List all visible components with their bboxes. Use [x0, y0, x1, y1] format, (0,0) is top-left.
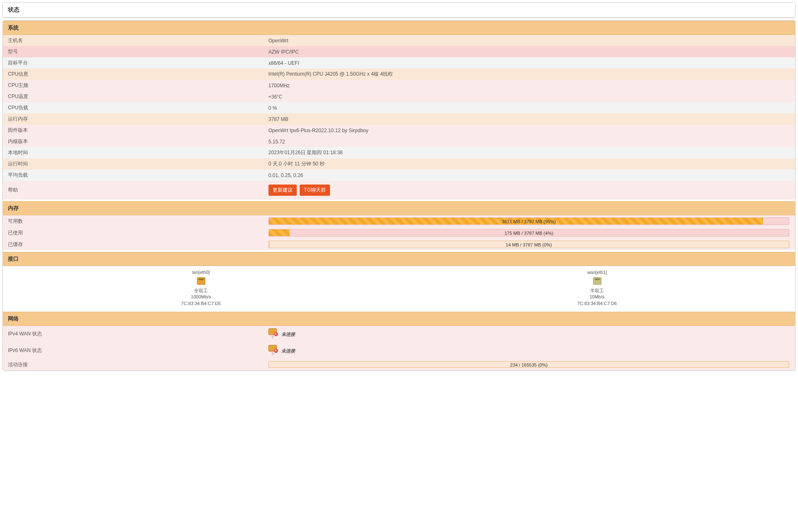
ethernet-port-icon [593, 277, 601, 285]
value-mem-avail: 3611 MB / 3787 MB (95%) [268, 217, 789, 225]
row-ipv4-wan: IPv4 WAN 状态 ✕ ? 未连接 [3, 326, 795, 342]
label-cpu-temp: CPU温度 [8, 93, 268, 100]
main-panel: 系统 主机名 OpenWrt 型号 AZW IPC/IPC 目标平台 x86/6… [2, 20, 796, 371]
row-help: 帮助 更新建议 TG聊天群 [3, 181, 795, 200]
label-hostname: 主机名 [8, 37, 268, 44]
row-cpu-load: CPU负载 0 % [3, 102, 795, 113]
section-memory-title: 内存 [3, 201, 795, 215]
net-disconnected-icon: ✕ ? [268, 328, 277, 340]
label-fw-ver: 固件版本 [8, 127, 268, 134]
value-uptime: 0 天 0 小时 11 分钟 50 秒 [268, 160, 789, 167]
label-target: 目标平台 [8, 59, 268, 66]
update-suggestion-button[interactable]: 更新建议 [268, 185, 297, 196]
section-network-title: 网络 [3, 312, 795, 326]
label-uptime: 运行时间 [8, 160, 268, 167]
row-run-mem: 运行内存 3787 MB [3, 113, 795, 125]
label-localtime: 本地时间 [8, 149, 268, 156]
row-fw-ver: 固件版本 OpenWrt Ipv6-Plus-R2022.10.12 by Si… [3, 125, 795, 136]
label-cpu-load: CPU负载 [8, 104, 268, 111]
label-run-mem: 运行内存 [8, 116, 268, 123]
ipv4-status-text: 未连接 [281, 331, 295, 336]
value-cpu-freq: 1700MHz [268, 83, 789, 89]
row-mem-avail: 可用数 3611 MB / 3787 MB (95%) [3, 215, 795, 227]
value-run-mem: 3787 MB [268, 116, 789, 122]
row-mem-used: 已使用 175 MB / 3787 MB (4%) [3, 227, 795, 239]
label-mem-avail: 可用数 [8, 218, 268, 225]
row-kernel: 内核版本 5.15.72 [3, 136, 795, 147]
label-mem-used: 已使用 [8, 229, 268, 236]
value-help: 更新建议 TG聊天群 [268, 185, 789, 196]
progress-mem-used: 175 MB / 3787 MB (4%) [268, 229, 789, 236]
iface-lan: lan[eth0] 全双工 1000Mb/s 7C:83:34:B4:C7:D5 [3, 269, 399, 307]
value-mem-used: 175 MB / 3787 MB (4%) [268, 229, 789, 236]
iface-lan-speed: 1000Mb/s [3, 294, 399, 300]
progress-text-cached: 14 MB / 3787 MB (0%) [269, 241, 789, 248]
iface-wan-duplex: 半双工 [399, 288, 795, 294]
row-ipv6-wan: IPv6 WAN 状态 ✕ ? 未连接 [3, 342, 795, 359]
row-target: 目标平台 x86/64 - UEFI [3, 57, 795, 69]
label-cpu-freq: CPU主频 [8, 82, 268, 89]
section-interfaces-title: 接口 [3, 252, 795, 266]
label-mem-cached: 已缓存 [8, 241, 268, 248]
progress-text-avail: 3611 MB / 3787 MB (95%) [269, 218, 789, 225]
net-disconnected-icon: ✕ ? [268, 345, 277, 357]
label-help: 帮助 [8, 187, 268, 194]
value-ipv4-wan: ✕ ? 未连接 [268, 328, 789, 340]
row-hostname: 主机名 OpenWrt [3, 35, 795, 46]
section-system-title: 系统 [3, 21, 795, 35]
row-cpu-freq: CPU主频 1700MHz [3, 80, 795, 91]
progress-text-used: 175 MB / 3787 MB (4%) [269, 229, 789, 236]
label-kernel: 内核版本 [8, 138, 268, 145]
row-mem-cached: 已缓存 14 MB / 3787 MB (0%) [3, 239, 795, 250]
row-cpu-info: CPU信息 Intel(R) Pentium(R) CPU J4205 @ 1.… [3, 69, 795, 80]
row-active-conn: 活动连接 234 / 165535 (0%) [3, 359, 795, 370]
value-cpu-load: 0 % [268, 105, 789, 111]
interfaces-container: lan[eth0] 全双工 1000Mb/s 7C:83:34:B4:C7:D5… [3, 266, 795, 310]
iface-wan-name: wan[eth1] [399, 269, 795, 276]
status-panel: 状态 [2, 2, 796, 18]
value-mem-cached: 14 MB / 3787 MB (0%) [268, 241, 789, 248]
value-cpu-temp: +36°C [268, 94, 789, 100]
row-model: 型号 AZW IPC/IPC [3, 46, 795, 57]
page-title: 状态 [3, 3, 795, 17]
tg-chat-button[interactable]: TG聊天群 [300, 185, 330, 196]
iface-lan-name: lan[eth0] [3, 269, 399, 276]
row-uptime: 运行时间 0 天 0 小时 11 分钟 50 秒 [3, 158, 795, 170]
label-loadavg: 平均负载 [8, 172, 268, 179]
value-target: x86/64 - UEFI [268, 60, 789, 66]
active-conn-bar: 234 / 165535 (0%) [268, 361, 789, 368]
value-model: AZW IPC/IPC [268, 49, 789, 55]
value-fw-ver: OpenWrt Ipv6-Plus-R2022.10.12 by Sirpdbo… [268, 128, 789, 133]
progress-mem-avail: 3611 MB / 3787 MB (95%) [268, 217, 789, 225]
iface-wan-speed: 10Mb/s [399, 294, 795, 300]
iface-wan-mac: 7C:83:34:B4:C7:D6 [399, 300, 795, 307]
iface-lan-mac: 7C:83:34:B4:C7:D5 [3, 300, 399, 307]
value-kernel: 5.15.72 [268, 139, 789, 145]
value-cpu-info: Intel(R) Pentium(R) CPU J4205 @ 1.50GHz … [268, 71, 789, 78]
iface-wan: wan[eth1] 半双工 10Mb/s 7C:83:34:B4:C7:D6 [399, 269, 795, 307]
label-model: 型号 [8, 48, 268, 55]
row-localtime: 本地时间 2023年01月26日 星期四 01:18:38 [3, 147, 795, 158]
value-ipv6-wan: ✕ ? 未连接 [268, 345, 789, 357]
row-loadavg: 平均负载 0.01, 0.25, 0.26 [3, 170, 795, 181]
iface-lan-duplex: 全双工 [3, 288, 399, 294]
ethernet-port-icon [197, 277, 205, 285]
value-active-conn: 234 / 165535 (0%) [268, 361, 789, 368]
active-conn-text: 234 / 165535 (0%) [269, 362, 789, 368]
value-localtime: 2023年01月26日 星期四 01:18:38 [268, 149, 789, 156]
label-ipv4-wan: IPv4 WAN 状态 [8, 330, 268, 337]
row-cpu-temp: CPU温度 +36°C [3, 91, 795, 102]
ipv6-status-text: 未连接 [281, 348, 295, 353]
label-active-conn: 活动连接 [8, 361, 268, 368]
value-hostname: OpenWrt [268, 38, 789, 44]
label-cpu-info: CPU信息 [8, 71, 268, 78]
label-ipv6-wan: IPv6 WAN 状态 [8, 347, 268, 354]
progress-mem-cached: 14 MB / 3787 MB (0%) [268, 241, 789, 248]
value-loadavg: 0.01, 0.25, 0.26 [268, 172, 789, 178]
